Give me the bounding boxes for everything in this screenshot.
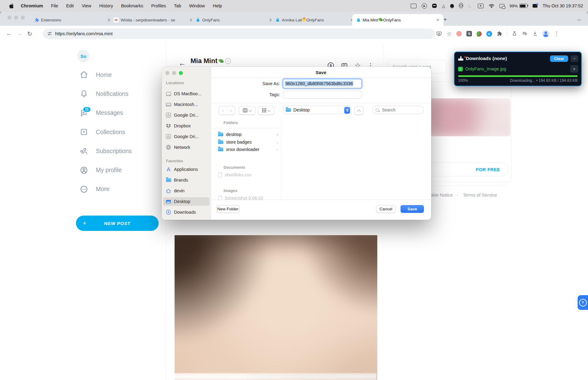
location-dropdown[interactable]: Desktop xyxy=(283,106,351,114)
apple-logo-icon[interactable] xyxy=(6,3,17,9)
checkbox-checked-icon[interactable]: ✓ xyxy=(458,67,463,71)
nav-forward-button[interactable]: › xyxy=(227,107,235,114)
downloads-toolbar-icon[interactable] xyxy=(532,31,538,36)
avatar[interactable]: Su xyxy=(77,50,89,62)
filename-field[interactable]: 960x1280_db80f467563bd8c3336 xyxy=(283,79,362,88)
save-button[interactable]: Save xyxy=(401,205,424,213)
new-post-button[interactable]: + NEW POST xyxy=(76,216,159,231)
window-minimize-button[interactable] xyxy=(14,16,18,20)
install-page-icon[interactable] xyxy=(436,31,442,37)
screen-mirroring-icon[interactable] xyxy=(499,4,504,8)
extension-pink-icon[interactable] xyxy=(456,31,462,36)
sidebar-item-messages[interactable]: 21 Messages xyxy=(80,103,162,122)
menu-view[interactable]: View xyxy=(78,3,95,8)
new-folder-button[interactable]: New Folder xyxy=(216,205,239,213)
new-tab-button[interactable]: + xyxy=(443,16,447,23)
extension-s-icon[interactable]: S xyxy=(466,31,472,36)
do-not-disturb-moon-icon[interactable]: ☾ xyxy=(467,2,473,9)
menu-bar-clock[interactable]: Thu Oct 30 19:37:52 xyxy=(543,3,583,8)
tab-search-chevron[interactable] xyxy=(578,17,581,22)
battery-indicator[interactable]: 99% xyxy=(510,4,527,8)
sidebar-item-more[interactable]: More xyxy=(80,180,162,199)
sidebar-item-my-profile[interactable]: My profile xyxy=(80,160,162,179)
dialog-zoom-button[interactable] xyxy=(179,71,183,75)
menu-file[interactable]: File xyxy=(47,3,62,8)
collapse-button[interactable] xyxy=(354,106,364,115)
play-status-icon[interactable]: ▶ xyxy=(422,3,427,9)
home-icon xyxy=(165,188,172,194)
forward-button[interactable]: → xyxy=(14,30,24,37)
address-bar[interactable]: https://onlyfans.com/mia.mint xyxy=(43,28,435,39)
flask-extension-icon[interactable] xyxy=(512,31,517,36)
window-zoom-button[interactable] xyxy=(21,16,25,20)
favorite-devin-home[interactable]: devin xyxy=(163,186,209,195)
location-macintosh-hd[interactable]: Macintosh... xyxy=(163,100,209,109)
sidebar-item-collections[interactable]: Collections xyxy=(80,122,162,141)
folder-row-xnxx-downloader[interactable]: xnxx downloader › xyxy=(218,147,278,152)
folder-row-store-badges[interactable]: store badges › xyxy=(218,139,278,145)
dialog-close-button[interactable] xyxy=(165,71,169,75)
clear-button[interactable]: Clear xyxy=(550,55,568,62)
location-dropbox[interactable]: Dropbox xyxy=(163,122,209,130)
dialog-search-field[interactable] xyxy=(372,106,424,114)
sidebar-item-home[interactable]: Home xyxy=(80,65,162,84)
location-google-drive-1[interactable]: Google Dri... xyxy=(163,111,209,119)
location-ds-macbook[interactable]: DS MacBoo... xyxy=(163,89,209,98)
terms-of-service-link[interactable]: Terms of Service xyxy=(463,192,497,198)
extensions-puzzle-icon[interactable] xyxy=(497,31,502,36)
tags-field[interactable] xyxy=(283,91,362,99)
notification-bell-icon[interactable] xyxy=(450,5,454,7)
sidebar-item-notifications[interactable]: Notifications xyxy=(80,84,162,103)
favorite-applications[interactable]: Applications xyxy=(163,165,209,174)
display-settings-icon[interactable] xyxy=(533,4,537,8)
minimize-button[interactable]: − xyxy=(571,55,578,62)
menu-bookmarks[interactable]: Bookmarks xyxy=(117,3,147,8)
playlist-extension-icon[interactable] xyxy=(522,31,528,36)
tab-wistia[interactable]: sk Wistia - serpdownloaders · se × xyxy=(110,14,197,26)
menu-history[interactable]: History xyxy=(95,3,117,8)
profile-avatar-icon[interactable] xyxy=(542,30,549,37)
menu-tab[interactable]: Tab xyxy=(170,3,185,8)
favorite-brands[interactable]: Brands xyxy=(163,176,209,184)
help-chat-button[interactable]: ? xyxy=(578,295,588,310)
nav-back-button[interactable]: ‹ xyxy=(219,107,227,114)
input-source-icon[interactable]: A xyxy=(478,4,484,8)
dialog-search-input[interactable] xyxy=(381,107,416,113)
extension-play-icon[interactable]: ▶ xyxy=(486,31,492,37)
menu-profiles[interactable]: Profiles xyxy=(147,3,170,8)
menu-window[interactable]: Window xyxy=(185,3,209,8)
column-view-button[interactable] xyxy=(239,106,255,115)
menu-help[interactable]: Help xyxy=(209,3,226,8)
extension-leaf-icon[interactable] xyxy=(476,31,482,37)
vpn-triangle-icon[interactable]: △ xyxy=(442,4,445,8)
site-settings-tune-icon[interactable] xyxy=(47,31,52,36)
back-arrow-icon[interactable]: ← xyxy=(179,59,186,67)
reload-button[interactable]: ↻ xyxy=(24,30,35,37)
sidebar-item-subscriptions[interactable]: Subscriptions xyxy=(80,141,162,160)
favorite-desktop-selected[interactable]: Desktop xyxy=(163,197,209,206)
cancel-button[interactable]: Cancel xyxy=(376,205,396,213)
window-close-button[interactable] xyxy=(7,16,11,20)
tab-mia-mint-active[interactable]: Mia MintOnlyFans × xyxy=(352,14,443,26)
download-filename[interactable]: OnlyFans_Image.jpg xyxy=(465,66,506,71)
location-google-drive-2[interactable]: Google Dri... xyxy=(163,132,209,141)
stack-icon[interactable] xyxy=(459,4,463,8)
grid-view-button[interactable] xyxy=(258,106,274,115)
close-icon[interactable]: × xyxy=(570,65,578,73)
tab-extensions[interactable]: Extensions × xyxy=(31,14,115,26)
tab-close-icon[interactable]: × xyxy=(435,17,440,23)
tab-annika[interactable]: Annika LailOnlyFans × xyxy=(271,14,357,26)
menu-edit[interactable]: Edit xyxy=(62,3,78,8)
bookmark-star-icon[interactable]: ☆ xyxy=(447,30,452,37)
tab-onlyfans[interactable]: OnlyFans × xyxy=(192,14,276,26)
kebab-menu-icon[interactable]: ⋮ xyxy=(554,30,559,37)
location-network[interactable]: Network xyxy=(163,143,209,152)
menu-app-name[interactable]: Chromium xyxy=(17,3,47,8)
wifi-icon[interactable] xyxy=(489,4,494,8)
folder-row-desktop[interactable]: desktop › xyxy=(218,132,278,137)
line-app-icon[interactable] xyxy=(432,4,437,8)
dialog-minimize-button[interactable] xyxy=(172,71,176,75)
favorite-downloads[interactable]: Downloads xyxy=(163,208,209,216)
back-button[interactable]: ← xyxy=(4,30,14,37)
screen-capture-icon[interactable] xyxy=(411,4,417,8)
